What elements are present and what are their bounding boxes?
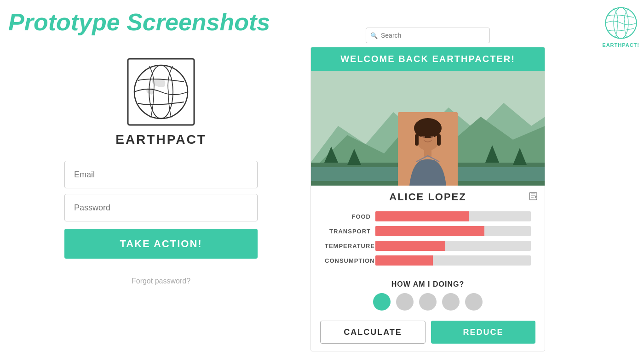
rating-dot-4[interactable] [442, 293, 460, 311]
bar-row-consumption: CONSUMPTION [325, 255, 531, 266]
bar-label-transport: TRANSPORT [325, 228, 375, 235]
bar-track-temperature [375, 241, 531, 251]
bar-label-food: FOOD [325, 213, 375, 220]
action-buttons: CALCULATE REDUCE [311, 315, 545, 351]
rating-dot-5[interactable] [465, 293, 483, 311]
dashboard-card: WELCOME BACK EARTHPACTER! [310, 47, 545, 351]
profile-photo [398, 112, 458, 186]
edit-profile-icon[interactable] [528, 191, 538, 201]
bar-fill-consumption [375, 255, 433, 266]
dashboard-panel: 🔍 WELCOME BACK EARTHPACTER! [310, 28, 545, 351]
bar-fill-temperature [375, 241, 445, 251]
top-right-logo: EARTHPACT! [602, 5, 639, 48]
bar-label-temperature: TEMPERATURE [325, 243, 375, 249]
bar-row-transport: TRANSPORT [325, 226, 531, 236]
password-field[interactable] [64, 194, 258, 221]
earthpact-globe-icon [603, 5, 639, 41]
bar-track-transport [375, 226, 531, 236]
email-field[interactable] [64, 161, 258, 188]
bars-section: FOODTRANSPORTTEMPERATURECONSUMPTION [311, 207, 545, 275]
profile-name: ALICE LOPEZ [389, 191, 466, 203]
svg-rect-18 [437, 134, 441, 146]
bar-track-consumption [375, 255, 531, 266]
search-bar-container: 🔍 [366, 28, 490, 43]
login-panel: EARTHPACT TAKE ACTION! Forgot password? [64, 55, 258, 285]
profile-photo-area [311, 71, 545, 186]
earthpact-logo: EARTHPACT [115, 55, 207, 147]
search-input[interactable] [366, 28, 490, 43]
take-action-button[interactable]: TAKE ACTION! [64, 229, 258, 259]
bar-fill-transport [375, 226, 484, 236]
rating-dot-2[interactable] [396, 293, 414, 311]
reduce-button[interactable]: REDUCE [431, 321, 535, 344]
search-bar-wrapper: 🔍 [366, 28, 490, 43]
rating-dot-3[interactable] [419, 293, 437, 311]
svg-rect-17 [415, 134, 419, 146]
welcome-text: WELCOME BACK EARTHPACTER! [340, 54, 515, 64]
bar-label-consumption: CONSUMPTION [325, 257, 375, 264]
welcome-banner: WELCOME BACK EARTHPACTER! [311, 47, 545, 71]
bar-fill-food [375, 211, 469, 221]
earthpact-main-logo-label: EARTHPACT [115, 132, 207, 147]
page-title: Prototype Screenshots [8, 8, 270, 36]
bar-row-food: FOOD [325, 211, 531, 221]
forgot-password-link[interactable]: Forgot password? [132, 277, 190, 285]
person-silhouette [398, 112, 458, 186]
doing-section: HOW AM I DOING? [311, 275, 545, 315]
bar-track-food [375, 211, 531, 221]
rating-dot-1[interactable] [373, 293, 391, 311]
calculate-button[interactable]: CALCULATE [320, 321, 426, 344]
svg-point-21 [422, 134, 426, 136]
bar-row-temperature: TEMPERATURE [325, 241, 531, 251]
how-am-i-doing-label: HOW AM I DOING? [325, 280, 531, 288]
profile-name-row: ALICE LOPEZ [311, 186, 545, 207]
top-right-logo-label: EARTHPACT! [602, 42, 639, 48]
earthpact-main-globe-icon [124, 55, 198, 129]
svg-point-22 [430, 134, 434, 136]
dots-row [325, 293, 531, 311]
search-icon: 🔍 [370, 32, 378, 39]
